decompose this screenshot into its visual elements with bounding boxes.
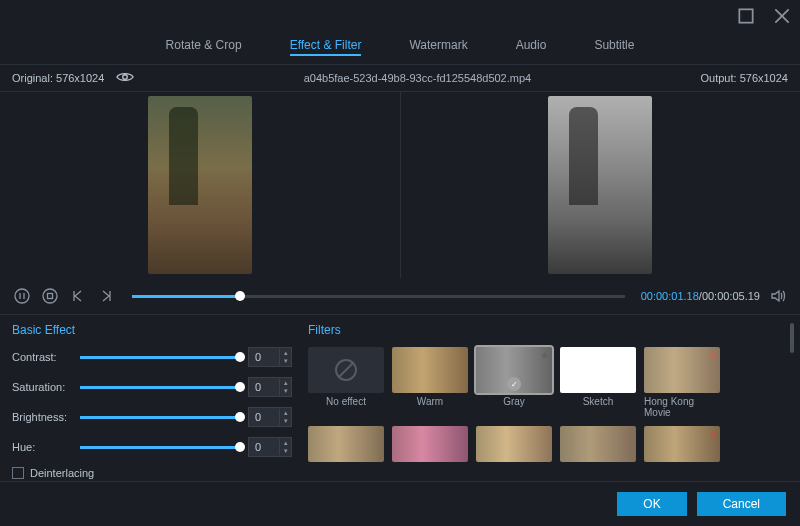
- filter-label: Gray: [503, 396, 525, 407]
- filters-title: Filters: [308, 323, 788, 337]
- filters-scrollbar[interactable]: [790, 323, 794, 353]
- check-icon: ✓: [507, 377, 521, 391]
- filter-item[interactable]: [560, 426, 636, 462]
- next-frame-button[interactable]: [96, 286, 116, 306]
- star-icon: ★: [540, 349, 550, 362]
- brightness-slider[interactable]: [80, 416, 240, 419]
- filter-item[interactable]: [392, 426, 468, 462]
- filter-label: No effect: [326, 396, 366, 407]
- stepper-up-icon[interactable]: ▴: [279, 349, 291, 357]
- svg-rect-4: [48, 294, 53, 299]
- eye-icon[interactable]: [116, 71, 134, 85]
- stepper-down-icon[interactable]: ▾: [279, 387, 291, 395]
- tab-subtitle[interactable]: Subtitle: [594, 36, 634, 56]
- original-preview: [148, 96, 252, 274]
- output-preview: [548, 96, 652, 274]
- slider-label: Contrast:: [12, 351, 72, 363]
- time-display: 00:00:01.18/00:00:05.19: [641, 290, 760, 302]
- filter-label: Hong Kong Movie: [644, 396, 720, 418]
- pause-button[interactable]: [12, 286, 32, 306]
- stepper-down-icon[interactable]: ▾: [279, 417, 291, 425]
- basic-effect-title: Basic Effect: [12, 323, 292, 337]
- filter-item[interactable]: ★: [644, 426, 720, 462]
- volume-icon[interactable]: [768, 286, 788, 306]
- brightness-value-input[interactable]: 0▴▾: [248, 407, 292, 427]
- filter-warm[interactable]: Warm: [392, 347, 468, 418]
- deinterlacing-checkbox[interactable]: [12, 467, 24, 479]
- hue-value-input[interactable]: 0▴▾: [248, 437, 292, 457]
- close-icon[interactable]: [772, 6, 792, 26]
- saturation-value-input[interactable]: 0▴▾: [248, 377, 292, 397]
- tab-audio[interactable]: Audio: [516, 36, 547, 56]
- cancel-button[interactable]: Cancel: [697, 492, 786, 516]
- original-size-label: Original: 576x1024: [12, 72, 104, 84]
- filter-item[interactable]: [308, 426, 384, 462]
- slider-label: Brightness:: [12, 411, 72, 423]
- timeline-slider[interactable]: [132, 295, 625, 298]
- slider-label: Hue:: [12, 441, 72, 453]
- tab-watermark[interactable]: Watermark: [409, 36, 467, 56]
- stepper-up-icon[interactable]: ▴: [279, 379, 291, 387]
- saturation-slider[interactable]: [80, 386, 240, 389]
- deinterlacing-label: Deinterlacing: [30, 467, 94, 479]
- tab-rotate-crop[interactable]: Rotate & Crop: [166, 36, 242, 56]
- filter-no-effect[interactable]: No effect: [308, 347, 384, 418]
- ok-button[interactable]: OK: [617, 492, 686, 516]
- contrast-value-input[interactable]: 0▴▾: [248, 347, 292, 367]
- maximize-icon[interactable]: [736, 6, 756, 26]
- svg-point-1: [123, 75, 128, 80]
- stepper-down-icon[interactable]: ▾: [279, 357, 291, 365]
- contrast-slider[interactable]: [80, 356, 240, 359]
- hue-slider[interactable]: [80, 446, 240, 449]
- filter-sketch[interactable]: Sketch: [560, 347, 636, 418]
- filter-gray[interactable]: ★✓Gray: [476, 347, 552, 418]
- filter-item[interactable]: [476, 426, 552, 462]
- stepper-up-icon[interactable]: ▴: [279, 439, 291, 447]
- output-size-label: Output: 576x1024: [701, 72, 788, 84]
- star-icon: ★: [708, 428, 718, 441]
- star-icon: ★: [708, 349, 718, 362]
- svg-point-2: [15, 289, 29, 303]
- prev-frame-button[interactable]: [68, 286, 88, 306]
- filter-hong-kong-movie[interactable]: ★Hong Kong Movie: [644, 347, 720, 418]
- stepper-down-icon[interactable]: ▾: [279, 447, 291, 455]
- filename-label: a04b5fae-523d-49b8-93cc-fd125548d502.mp4: [304, 72, 532, 84]
- filter-label: Warm: [417, 396, 443, 407]
- svg-point-3: [43, 289, 57, 303]
- filter-label: Sketch: [583, 396, 614, 407]
- stop-button[interactable]: [40, 286, 60, 306]
- svg-rect-0: [739, 9, 752, 22]
- stepper-up-icon[interactable]: ▴: [279, 409, 291, 417]
- tab-effect-filter[interactable]: Effect & Filter: [290, 36, 362, 56]
- slider-label: Saturation:: [12, 381, 72, 393]
